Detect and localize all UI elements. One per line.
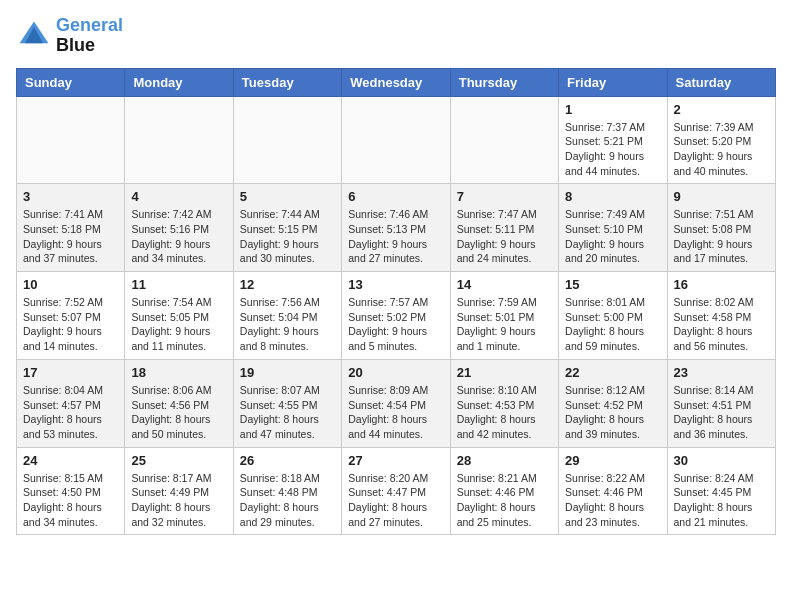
day-info: Sunrise: 7:57 AM Sunset: 5:02 PM Dayligh… <box>348 295 443 354</box>
day-number: 22 <box>565 365 660 380</box>
calendar-header-wednesday: Wednesday <box>342 68 450 96</box>
day-number: 8 <box>565 189 660 204</box>
logo: General Blue <box>16 16 123 56</box>
calendar-cell: 22Sunrise: 8:12 AM Sunset: 4:52 PM Dayli… <box>559 359 667 447</box>
calendar-cell: 20Sunrise: 8:09 AM Sunset: 4:54 PM Dayli… <box>342 359 450 447</box>
calendar-cell: 29Sunrise: 8:22 AM Sunset: 4:46 PM Dayli… <box>559 447 667 535</box>
day-info: Sunrise: 8:02 AM Sunset: 4:58 PM Dayligh… <box>674 295 769 354</box>
day-info: Sunrise: 7:39 AM Sunset: 5:20 PM Dayligh… <box>674 120 769 179</box>
calendar-header-friday: Friday <box>559 68 667 96</box>
day-number: 13 <box>348 277 443 292</box>
calendar-cell: 28Sunrise: 8:21 AM Sunset: 4:46 PM Dayli… <box>450 447 558 535</box>
calendar-cell <box>17 96 125 184</box>
calendar-cell: 3Sunrise: 7:41 AM Sunset: 5:18 PM Daylig… <box>17 184 125 272</box>
calendar-header-row: SundayMondayTuesdayWednesdayThursdayFrid… <box>17 68 776 96</box>
calendar-cell: 9Sunrise: 7:51 AM Sunset: 5:08 PM Daylig… <box>667 184 775 272</box>
day-number: 2 <box>674 102 769 117</box>
day-info: Sunrise: 7:52 AM Sunset: 5:07 PM Dayligh… <box>23 295 118 354</box>
logo-icon <box>16 18 52 54</box>
day-info: Sunrise: 7:37 AM Sunset: 5:21 PM Dayligh… <box>565 120 660 179</box>
day-info: Sunrise: 8:06 AM Sunset: 4:56 PM Dayligh… <box>131 383 226 442</box>
day-info: Sunrise: 7:54 AM Sunset: 5:05 PM Dayligh… <box>131 295 226 354</box>
day-number: 11 <box>131 277 226 292</box>
calendar-cell: 23Sunrise: 8:14 AM Sunset: 4:51 PM Dayli… <box>667 359 775 447</box>
calendar-cell: 6Sunrise: 7:46 AM Sunset: 5:13 PM Daylig… <box>342 184 450 272</box>
day-info: Sunrise: 7:46 AM Sunset: 5:13 PM Dayligh… <box>348 207 443 266</box>
day-number: 17 <box>23 365 118 380</box>
calendar-cell: 19Sunrise: 8:07 AM Sunset: 4:55 PM Dayli… <box>233 359 341 447</box>
calendar-header-tuesday: Tuesday <box>233 68 341 96</box>
calendar-cell: 12Sunrise: 7:56 AM Sunset: 5:04 PM Dayli… <box>233 272 341 360</box>
day-number: 9 <box>674 189 769 204</box>
calendar-cell: 17Sunrise: 8:04 AM Sunset: 4:57 PM Dayli… <box>17 359 125 447</box>
day-number: 30 <box>674 453 769 468</box>
day-info: Sunrise: 8:09 AM Sunset: 4:54 PM Dayligh… <box>348 383 443 442</box>
day-info: Sunrise: 8:01 AM Sunset: 5:00 PM Dayligh… <box>565 295 660 354</box>
logo-text: General Blue <box>56 16 123 56</box>
day-info: Sunrise: 7:47 AM Sunset: 5:11 PM Dayligh… <box>457 207 552 266</box>
day-info: Sunrise: 8:04 AM Sunset: 4:57 PM Dayligh… <box>23 383 118 442</box>
calendar-header-sunday: Sunday <box>17 68 125 96</box>
day-number: 29 <box>565 453 660 468</box>
calendar-cell: 10Sunrise: 7:52 AM Sunset: 5:07 PM Dayli… <box>17 272 125 360</box>
calendar-cell: 5Sunrise: 7:44 AM Sunset: 5:15 PM Daylig… <box>233 184 341 272</box>
calendar-cell: 25Sunrise: 8:17 AM Sunset: 4:49 PM Dayli… <box>125 447 233 535</box>
day-number: 12 <box>240 277 335 292</box>
day-info: Sunrise: 7:49 AM Sunset: 5:10 PM Dayligh… <box>565 207 660 266</box>
day-number: 7 <box>457 189 552 204</box>
calendar-table: SundayMondayTuesdayWednesdayThursdayFrid… <box>16 68 776 536</box>
day-info: Sunrise: 8:18 AM Sunset: 4:48 PM Dayligh… <box>240 471 335 530</box>
day-number: 18 <box>131 365 226 380</box>
day-info: Sunrise: 8:24 AM Sunset: 4:45 PM Dayligh… <box>674 471 769 530</box>
day-info: Sunrise: 7:42 AM Sunset: 5:16 PM Dayligh… <box>131 207 226 266</box>
day-number: 4 <box>131 189 226 204</box>
day-number: 15 <box>565 277 660 292</box>
calendar-header-saturday: Saturday <box>667 68 775 96</box>
day-info: Sunrise: 7:59 AM Sunset: 5:01 PM Dayligh… <box>457 295 552 354</box>
day-number: 24 <box>23 453 118 468</box>
calendar-cell: 24Sunrise: 8:15 AM Sunset: 4:50 PM Dayli… <box>17 447 125 535</box>
calendar-cell: 14Sunrise: 7:59 AM Sunset: 5:01 PM Dayli… <box>450 272 558 360</box>
day-info: Sunrise: 8:10 AM Sunset: 4:53 PM Dayligh… <box>457 383 552 442</box>
day-info: Sunrise: 7:41 AM Sunset: 5:18 PM Dayligh… <box>23 207 118 266</box>
calendar-cell: 13Sunrise: 7:57 AM Sunset: 5:02 PM Dayli… <box>342 272 450 360</box>
day-number: 16 <box>674 277 769 292</box>
day-number: 6 <box>348 189 443 204</box>
calendar-week-4: 24Sunrise: 8:15 AM Sunset: 4:50 PM Dayli… <box>17 447 776 535</box>
day-number: 14 <box>457 277 552 292</box>
day-info: Sunrise: 8:17 AM Sunset: 4:49 PM Dayligh… <box>131 471 226 530</box>
day-number: 20 <box>348 365 443 380</box>
day-info: Sunrise: 8:20 AM Sunset: 4:47 PM Dayligh… <box>348 471 443 530</box>
day-number: 25 <box>131 453 226 468</box>
calendar-header-monday: Monday <box>125 68 233 96</box>
day-number: 3 <box>23 189 118 204</box>
calendar-cell: 15Sunrise: 8:01 AM Sunset: 5:00 PM Dayli… <box>559 272 667 360</box>
day-info: Sunrise: 7:56 AM Sunset: 5:04 PM Dayligh… <box>240 295 335 354</box>
page: General Blue SundayMondayTuesdayWednesda… <box>0 0 792 551</box>
calendar-cell <box>450 96 558 184</box>
day-number: 10 <box>23 277 118 292</box>
day-number: 1 <box>565 102 660 117</box>
calendar-cell <box>233 96 341 184</box>
calendar-cell: 27Sunrise: 8:20 AM Sunset: 4:47 PM Dayli… <box>342 447 450 535</box>
calendar-week-2: 10Sunrise: 7:52 AM Sunset: 5:07 PM Dayli… <box>17 272 776 360</box>
day-info: Sunrise: 8:22 AM Sunset: 4:46 PM Dayligh… <box>565 471 660 530</box>
calendar-cell: 18Sunrise: 8:06 AM Sunset: 4:56 PM Dayli… <box>125 359 233 447</box>
day-number: 19 <box>240 365 335 380</box>
calendar-cell <box>125 96 233 184</box>
calendar-cell <box>342 96 450 184</box>
calendar-header-thursday: Thursday <box>450 68 558 96</box>
calendar-cell: 2Sunrise: 7:39 AM Sunset: 5:20 PM Daylig… <box>667 96 775 184</box>
calendar-cell: 21Sunrise: 8:10 AM Sunset: 4:53 PM Dayli… <box>450 359 558 447</box>
calendar-cell: 30Sunrise: 8:24 AM Sunset: 4:45 PM Dayli… <box>667 447 775 535</box>
calendar-cell: 4Sunrise: 7:42 AM Sunset: 5:16 PM Daylig… <box>125 184 233 272</box>
day-number: 27 <box>348 453 443 468</box>
day-info: Sunrise: 8:21 AM Sunset: 4:46 PM Dayligh… <box>457 471 552 530</box>
calendar-week-0: 1Sunrise: 7:37 AM Sunset: 5:21 PM Daylig… <box>17 96 776 184</box>
day-number: 28 <box>457 453 552 468</box>
day-number: 5 <box>240 189 335 204</box>
day-info: Sunrise: 8:14 AM Sunset: 4:51 PM Dayligh… <box>674 383 769 442</box>
calendar-cell: 7Sunrise: 7:47 AM Sunset: 5:11 PM Daylig… <box>450 184 558 272</box>
day-info: Sunrise: 8:12 AM Sunset: 4:52 PM Dayligh… <box>565 383 660 442</box>
calendar-cell: 16Sunrise: 8:02 AM Sunset: 4:58 PM Dayli… <box>667 272 775 360</box>
